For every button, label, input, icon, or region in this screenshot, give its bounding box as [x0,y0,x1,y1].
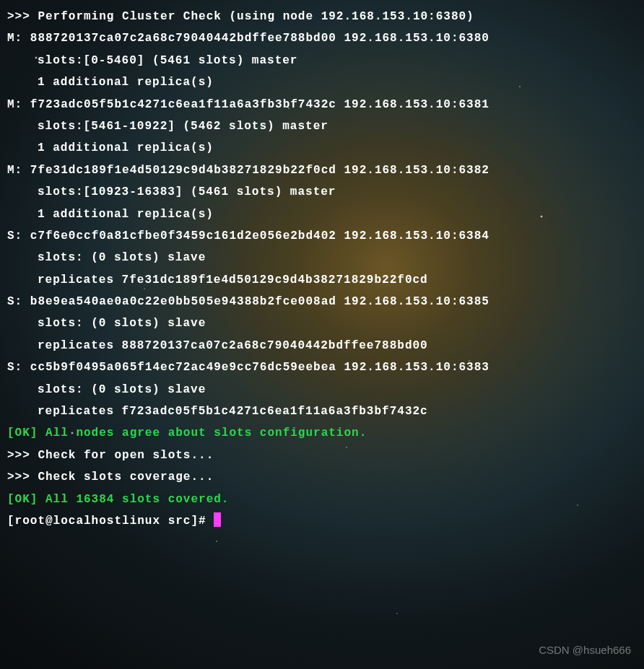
ok-slots-covered: [OK] All 16384 slots covered. [7,489,637,510]
node-entry: S: b8e9ea540ae0a0c22e0bb505e94388b2fce00… [7,291,637,357]
node-slots-line: slots:[0-5460] (5461 slots) master [7,50,637,71]
node-slots-line: slots: (0 slots) slave [7,247,637,268]
cursor-icon [214,512,221,527]
node-id-line: M: 7fe31dc189f1e4d50129c9d4b38271829b22f… [7,159,637,181]
node-slots-line: slots: (0 slots) slave [7,312,637,334]
node-id-line: S: b8e9ea540ae0a0c22e0bb505e94388b2fce00… [7,291,637,312]
node-id-line: S: cc5b9f0495a065f14ec72ac49e9cc76dc59ee… [7,357,637,378]
node-replicates-line: replicates 888720137ca07c2a68c79040442bd… [7,335,637,357]
ok-nodes-agree: [OK] All nodes agree about slots configu… [7,422,637,444]
node-replica-line: 1 additional replica(s) [7,137,637,159]
node-entry: S: cc5b9f0495a065f14ec72ac49e9cc76dc59ee… [7,357,637,422]
node-replicates-line: replicates f723adc05f5b1c4271c6ea1f11a6a… [7,401,637,422]
node-id-line: S: c7f6e0ccf0a81cfbe0f3459c161d2e056e2bd… [7,225,637,247]
node-replica-line: 1 additional replica(s) [7,71,637,93]
node-slots-line: slots: (0 slots) slave [7,379,637,401]
watermark-text: CSDN @hsueh666 [539,640,631,661]
check-open-slots: >>> Check for open slots... [7,445,637,466]
node-id-line: M: 888720137ca07c2a68c79040442bdffee788b… [7,27,637,49]
node-slots-line: slots:[5461-10922] (5462 slots) master [7,115,637,137]
check-slots-coverage: >>> Check slots coverage... [7,466,637,488]
node-entry: M: 7fe31dc189f1e4d50129c9d4b38271829b22f… [7,159,637,225]
node-entry: S: c7f6e0ccf0a81cfbe0f3459c161d2e056e2bd… [7,225,637,291]
node-slots-line: slots:[10923-16383] (5461 slots) master [7,181,637,203]
node-entry: M: 888720137ca07c2a68c79040442bdffee788b… [7,27,637,93]
shell-prompt[interactable]: [root@localhostlinux src]# [7,510,637,532]
node-entry: M: f723adc05f5b1c4271c6ea1f11a6a3fb3bf74… [7,94,637,159]
node-id-line: M: f723adc05f5b1c4271c6ea1f11a6a3fb3bf74… [7,94,637,115]
node-replicates-line: replicates 7fe31dc189f1e4d50129c9d4b3827… [7,269,637,291]
node-replica-line: 1 additional replica(s) [7,204,637,225]
cluster-check-header: >>> Performing Cluster Check (using node… [7,6,637,27]
